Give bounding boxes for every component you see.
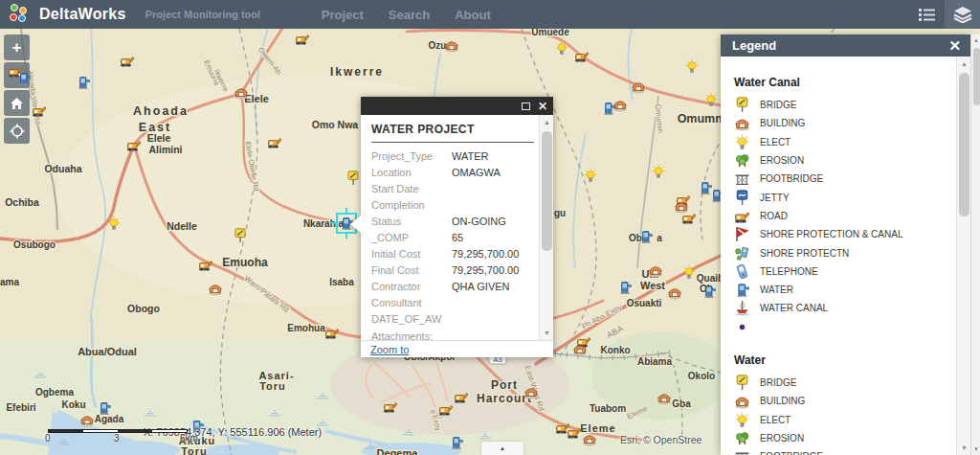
map-marker-building[interactable] — [613, 102, 627, 112]
legend-item-label: FOOTBRIDGE — [760, 173, 823, 184]
nav-item-search[interactable]: Search — [389, 8, 430, 22]
legend-item-bridge[interactable]: BRIDGE — [734, 374, 951, 392]
place-label: Elele — [147, 132, 171, 144]
scroll-up-icon[interactable]: ▲ — [957, 57, 970, 71]
legend-item-footbridge[interactable]: FOOTBRIDGE — [734, 447, 951, 455]
place-label: Tuabom — [590, 403, 626, 414]
field-value: ON-GOING — [452, 216, 506, 227]
zoom-to-link[interactable]: Zoom to — [370, 344, 409, 355]
attribution-toggle-button[interactable]: ▲ — [481, 442, 523, 455]
scroll-down-icon[interactable]: ▼ — [540, 326, 553, 340]
legend-header[interactable]: Legend ✕ — [721, 34, 970, 57]
legend-item-label: BUILDING — [760, 396, 805, 406]
place-label: Toru — [181, 445, 208, 455]
place-label: Ikwerre — [330, 65, 384, 79]
legend-item-label: BUILDING — [760, 118, 805, 128]
legend-item-shore-protection-canal[interactable]: SHORE PROTECTION & CANAL — [734, 225, 951, 243]
legend-item-label: EROSION — [760, 433, 804, 444]
place-label: Port — [491, 378, 518, 392]
map-marker-building[interactable] — [80, 417, 94, 427]
legend-title: Legend — [732, 38, 948, 53]
place-label: Abua/Odual — [78, 346, 137, 357]
page-scroll-thumb[interactable] — [973, 48, 980, 105]
scroll-up-icon[interactable]: ▲ — [540, 115, 553, 129]
scroll-down-icon[interactable]: ▼ — [957, 441, 970, 455]
map-marker-building[interactable] — [445, 42, 458, 53]
scroll-down-icon[interactable]: ▼ — [971, 444, 980, 455]
nav-item-project[interactable]: Project — [322, 8, 364, 22]
legend-item-elect[interactable]: ELECT — [734, 410, 951, 428]
map-marker-building[interactable] — [583, 436, 596, 446]
legend-item-shore-protectn[interactable]: SHORE PROTECTN — [734, 243, 951, 262]
field-label: DATE_OF_AW — [371, 313, 452, 325]
popup-titlebar[interactable]: ✕ — [361, 97, 553, 115]
legend-section-heading: Water Canal — [734, 76, 951, 89]
popup-scrollbar[interactable]: ▲ ▼ — [539, 115, 553, 340]
place-label: Gba — [672, 398, 691, 409]
legend-item-dot[interactable] — [734, 318, 951, 336]
water-icon — [734, 282, 750, 298]
place-label: Alimini — [148, 144, 182, 155]
zoom-in-button[interactable]: + — [4, 34, 30, 60]
layers-toggle-button[interactable] — [945, 0, 980, 29]
legend-item-building[interactable]: BUILDING — [734, 392, 951, 410]
locate-button[interactable] — [4, 118, 30, 144]
field-value: 79,295,700.00 — [452, 248, 519, 260]
home-button[interactable] — [4, 90, 30, 116]
zoom-out-button[interactable]: − — [4, 62, 30, 88]
popup-scroll-thumb[interactable] — [542, 131, 552, 251]
field-label: Start Date — [371, 183, 452, 194]
field-label: Status — [371, 216, 452, 227]
map-marker-building[interactable] — [573, 346, 587, 356]
telephone-icon — [734, 263, 750, 280]
legend-item-jetty[interactable]: JETTY — [734, 188, 951, 206]
legend-close-icon[interactable]: ✕ — [948, 37, 961, 55]
popup-field-row: _COMP65 — [371, 229, 534, 245]
legend-item-erosion[interactable]: EROSION — [734, 151, 951, 170]
legend-item-water[interactable]: WATER — [734, 281, 951, 299]
place-label: Ahoada — [133, 104, 189, 118]
feature-popup: ✕ WATER PROJECT Project_TypeWATERLocatio… — [361, 97, 553, 357]
legend-item-water-canal[interactable]: WATER CANAL — [734, 299, 951, 317]
popup-footer: Zoom to — [361, 340, 553, 357]
page-scrollbar[interactable]: ▲ ▼ — [970, 34, 980, 455]
popup-field-row: LocationOMAGWA — [371, 164, 534, 180]
popup-close-icon[interactable]: ✕ — [538, 102, 547, 111]
place-label: Osuakti — [627, 298, 662, 308]
legend-section-heading: Water — [734, 353, 951, 367]
field-value: 65 — [452, 232, 463, 243]
legend-item-building[interactable]: BUILDING — [734, 114, 951, 132]
field-value: 79,295,700.00 — [452, 264, 519, 276]
field-label: Project_Type — [371, 150, 452, 162]
map-marker-building[interactable] — [632, 83, 645, 94]
legend-item-footbridge[interactable]: FOOTBRIDGE — [734, 170, 951, 188]
legend-toggle-button[interactable] — [909, 0, 945, 29]
popup-maximize-icon[interactable] — [522, 102, 530, 110]
footbridge-icon — [734, 171, 750, 187]
legend-item-road[interactable]: ROAD — [734, 207, 951, 225]
place-label: Oduaha — [44, 163, 81, 174]
legend-item-elect[interactable]: ELECT — [734, 133, 951, 151]
shore-protectn-icon — [734, 245, 750, 262]
map-marker-building[interactable] — [209, 285, 222, 296]
popup-field-row: Final Cost79,295,700.00 — [371, 262, 534, 278]
scale-label-end: 6km — [180, 433, 198, 444]
legend-item-telephone[interactable]: TELEPHONE — [734, 262, 951, 281]
legend-scroll-thumb[interactable] — [959, 73, 969, 216]
legend-scrollbar[interactable]: ▲ ▼ — [956, 57, 970, 455]
legend-item-label: SHORE PROTECTION & CANAL — [760, 229, 902, 239]
map-marker-building[interactable] — [675, 203, 688, 214]
map-marker-building[interactable] — [234, 89, 248, 100]
map-marker-building[interactable] — [524, 389, 538, 399]
map-marker-building[interactable] — [668, 289, 681, 300]
nav-item-about[interactable]: About — [455, 8, 491, 22]
erosion-icon — [734, 430, 750, 446]
place-label: Umuede — [531, 29, 569, 37]
scroll-up-icon[interactable]: ▲ — [971, 34, 980, 46]
legend-item-bridge[interactable]: BRIDGE — [734, 96, 951, 114]
popup-field-row: DATE_OF_AW — [371, 310, 534, 327]
place-label: Ochiba — [5, 196, 39, 208]
map-marker-building[interactable] — [657, 395, 671, 405]
map-marker-building[interactable] — [649, 267, 662, 278]
legend-item-erosion[interactable]: EROSION — [734, 429, 951, 447]
